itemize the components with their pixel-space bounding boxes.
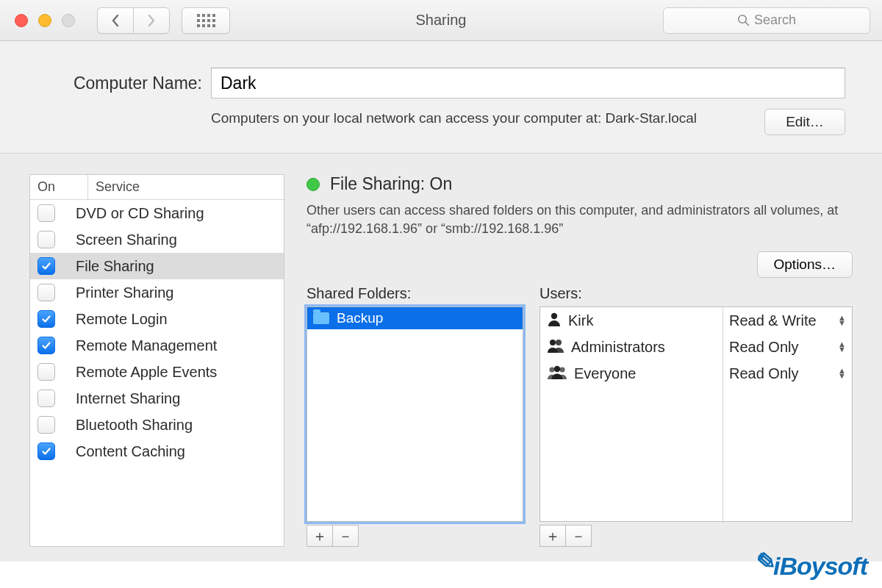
users-list[interactable]: KirkAdministratorsEveryone bbox=[540, 307, 723, 521]
service-row[interactable]: Internet Sharing bbox=[30, 385, 284, 412]
grid-icon bbox=[197, 14, 215, 27]
service-checkbox[interactable] bbox=[37, 416, 55, 434]
chevron-left-icon bbox=[111, 14, 120, 27]
add-user-button[interactable]: ＋ bbox=[539, 525, 565, 547]
svg-point-6 bbox=[559, 367, 564, 372]
users-label: Users: bbox=[539, 285, 853, 302]
user-name: Everyone bbox=[574, 365, 637, 382]
window-controls bbox=[15, 14, 75, 27]
folder-icon bbox=[313, 312, 329, 324]
back-button[interactable] bbox=[97, 7, 133, 34]
svg-point-3 bbox=[550, 340, 556, 345]
services-header-on: On bbox=[30, 175, 88, 199]
service-checkbox[interactable] bbox=[37, 257, 55, 275]
service-label: Printer Sharing bbox=[76, 284, 173, 301]
permission-row[interactable]: Read Only▲▼ bbox=[723, 334, 852, 360]
service-checkbox[interactable] bbox=[37, 231, 55, 248]
main-pane: On Service DVD or CD SharingScreen Shari… bbox=[0, 154, 882, 562]
permission-value: Read & Write bbox=[729, 312, 817, 329]
forward-button[interactable] bbox=[133, 7, 170, 34]
edit-hostname-button[interactable]: Edit… bbox=[764, 109, 845, 135]
service-checkbox[interactable] bbox=[37, 390, 55, 407]
remove-user-button[interactable]: － bbox=[565, 525, 592, 547]
permission-row[interactable]: Read & Write▲▼ bbox=[723, 307, 852, 334]
close-window-button[interactable] bbox=[15, 14, 28, 27]
users-column: Users: KirkAdministratorsEveryone Read &… bbox=[539, 285, 853, 547]
computer-name-input[interactable] bbox=[211, 68, 845, 98]
service-label: DVD or CD Sharing bbox=[76, 205, 204, 222]
watermark: ✎iBoysoft bbox=[753, 551, 867, 581]
service-label: Remote Login bbox=[76, 311, 168, 328]
shared-folders-column: Shared Folders: Backup ＋ － bbox=[306, 285, 523, 547]
computer-name-hint: Computers on your local network can acce… bbox=[211, 109, 764, 135]
service-row[interactable]: Remote Apple Events bbox=[30, 359, 284, 385]
service-checkbox[interactable] bbox=[37, 363, 55, 381]
permission-value: Read Only bbox=[729, 339, 799, 356]
service-row[interactable]: Remote Management bbox=[30, 332, 284, 359]
service-label: Bluetooth Sharing bbox=[76, 417, 193, 434]
permission-row[interactable]: Read Only▲▼ bbox=[723, 360, 852, 387]
service-checkbox[interactable] bbox=[37, 442, 55, 460]
service-label: Screen Sharing bbox=[76, 232, 177, 248]
svg-point-7 bbox=[554, 366, 560, 372]
shared-folders-label: Shared Folders: bbox=[306, 285, 523, 302]
options-button[interactable]: Options… bbox=[757, 251, 853, 278]
services-header: On Service bbox=[30, 175, 284, 200]
zoom-window-button[interactable] bbox=[62, 14, 75, 27]
folder-name: Backup bbox=[337, 310, 383, 326]
service-checkbox[interactable] bbox=[37, 310, 55, 328]
permission-stepper-icon[interactable]: ▲▼ bbox=[838, 342, 846, 352]
service-checkbox[interactable] bbox=[37, 337, 55, 354]
svg-point-4 bbox=[556, 340, 562, 345]
user-row[interactable]: Administrators bbox=[540, 334, 723, 360]
chevron-right-icon bbox=[147, 14, 156, 27]
search-placeholder: Search bbox=[754, 12, 796, 28]
shared-folder-row[interactable]: Backup bbox=[307, 307, 523, 329]
user-row[interactable]: Kirk bbox=[540, 307, 723, 334]
service-label: File Sharing bbox=[76, 258, 154, 275]
service-row[interactable]: Remote Login bbox=[30, 306, 284, 332]
service-row[interactable]: DVD or CD Sharing bbox=[30, 200, 284, 226]
service-label: Remote Management bbox=[76, 337, 217, 354]
user-name: Kirk bbox=[568, 312, 593, 329]
service-label: Remote Apple Events bbox=[76, 364, 217, 381]
service-row[interactable]: File Sharing bbox=[30, 253, 284, 279]
status-title: File Sharing: On bbox=[330, 174, 452, 194]
status-indicator-icon bbox=[306, 178, 320, 191]
service-row[interactable]: Bluetooth Sharing bbox=[30, 412, 284, 438]
permission-stepper-icon[interactable]: ▲▼ bbox=[838, 315, 846, 326]
show-all-button[interactable] bbox=[182, 7, 230, 34]
status-line: File Sharing: On bbox=[306, 174, 853, 194]
service-label: Internet Sharing bbox=[76, 390, 180, 407]
shared-folders-addremove: ＋ － bbox=[306, 525, 523, 547]
shared-folders-list[interactable]: Backup bbox=[306, 306, 523, 522]
services-header-service: Service bbox=[88, 175, 284, 199]
nav-buttons bbox=[97, 7, 230, 34]
search-icon bbox=[737, 14, 750, 26]
permission-stepper-icon[interactable]: ▲▼ bbox=[838, 368, 846, 379]
svg-point-2 bbox=[551, 313, 557, 319]
remove-folder-button[interactable]: － bbox=[332, 525, 359, 547]
service-detail: File Sharing: On Other users can access … bbox=[306, 174, 853, 547]
users-list-wrap: KirkAdministratorsEveryone Read & Write▲… bbox=[539, 306, 853, 522]
computer-name-pane: Computer Name: Computers on your local n… bbox=[0, 41, 882, 154]
user-icon bbox=[546, 337, 571, 357]
user-row[interactable]: Everyone bbox=[540, 360, 723, 387]
service-row[interactable]: Content Caching bbox=[30, 438, 284, 465]
computer-name-label: Computer Name: bbox=[37, 74, 211, 93]
service-row[interactable]: Printer Sharing bbox=[30, 279, 284, 306]
users-addremove: ＋ － bbox=[539, 525, 853, 547]
service-row[interactable]: Screen Sharing bbox=[30, 226, 284, 253]
service-checkbox[interactable] bbox=[37, 204, 55, 222]
services-list: On Service DVD or CD SharingScreen Shari… bbox=[29, 174, 284, 547]
service-checkbox[interactable] bbox=[37, 284, 55, 301]
svg-point-5 bbox=[549, 367, 554, 372]
minimize-window-button[interactable] bbox=[38, 14, 51, 27]
permissions-list: Read & Write▲▼Read Only▲▼Read Only▲▼ bbox=[723, 307, 852, 521]
svg-line-1 bbox=[745, 22, 749, 26]
user-icon bbox=[546, 311, 568, 331]
add-folder-button[interactable]: ＋ bbox=[306, 525, 332, 547]
permission-value: Read Only bbox=[729, 365, 799, 382]
search-field[interactable]: Search bbox=[663, 7, 870, 34]
status-description: Other users can access shared folders on… bbox=[306, 201, 853, 238]
